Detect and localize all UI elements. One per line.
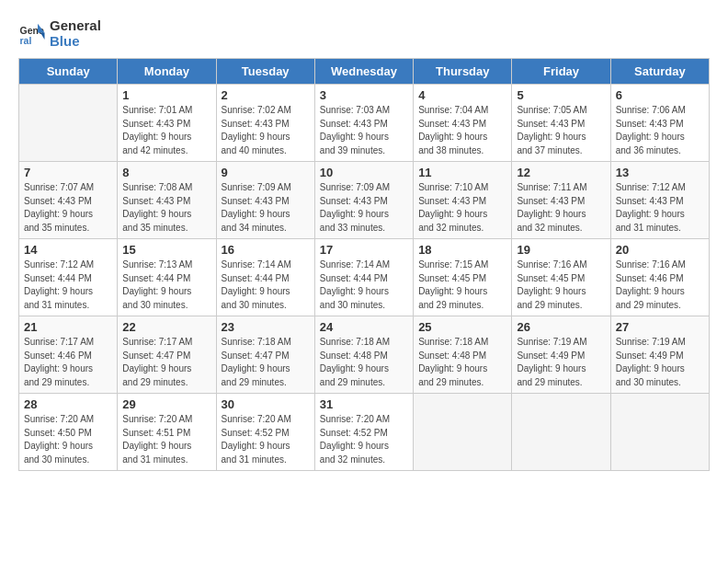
day-number: 29 [122, 397, 210, 411]
day-number: 5 [517, 88, 605, 102]
day-info: Sunrise: 7:04 AM Sunset: 4:43 PM Dayligh… [418, 104, 506, 157]
day-number: 19 [517, 243, 605, 257]
weekday-header-wednesday: Wednesday [314, 59, 413, 85]
day-info: Sunrise: 7:12 AM Sunset: 4:44 PM Dayligh… [24, 259, 112, 312]
day-number: 4 [418, 88, 506, 102]
weekday-header-monday: Monday [118, 59, 216, 85]
calendar-cell: 11Sunrise: 7:10 AM Sunset: 4:43 PM Dayli… [414, 162, 512, 239]
day-info: Sunrise: 7:20 AM Sunset: 4:52 PM Dayligh… [320, 413, 408, 466]
day-info: Sunrise: 7:13 AM Sunset: 4:44 PM Dayligh… [122, 259, 210, 312]
day-number: 2 [222, 88, 310, 102]
day-info: Sunrise: 7:14 AM Sunset: 4:44 PM Dayligh… [222, 259, 310, 312]
calendar-cell: 30Sunrise: 7:20 AM Sunset: 4:52 PM Dayli… [216, 394, 314, 471]
weekday-header-sunday: Sunday [19, 59, 118, 85]
day-info: Sunrise: 7:16 AM Sunset: 4:45 PM Dayligh… [517, 259, 605, 312]
logo: Gene ral General Blue [18, 18, 101, 49]
calendar-cell: 13Sunrise: 7:12 AM Sunset: 4:43 PM Dayli… [610, 162, 709, 239]
calendar-cell: 10Sunrise: 7:09 AM Sunset: 4:43 PM Dayli… [314, 162, 413, 239]
day-info: Sunrise: 7:05 AM Sunset: 4:43 PM Dayligh… [517, 104, 605, 157]
day-info: Sunrise: 7:20 AM Sunset: 4:52 PM Dayligh… [222, 413, 310, 466]
day-info: Sunrise: 7:19 AM Sunset: 4:49 PM Dayligh… [616, 336, 704, 389]
day-number: 28 [24, 397, 112, 411]
day-info: Sunrise: 7:19 AM Sunset: 4:49 PM Dayligh… [517, 336, 605, 389]
day-info: Sunrise: 7:20 AM Sunset: 4:51 PM Dayligh… [122, 413, 210, 466]
calendar-cell: 21Sunrise: 7:17 AM Sunset: 4:46 PM Dayli… [19, 316, 118, 394]
day-number: 3 [320, 88, 408, 102]
day-info: Sunrise: 7:15 AM Sunset: 4:45 PM Dayligh… [418, 259, 506, 312]
day-number: 10 [320, 166, 408, 179]
calendar-cell: 28Sunrise: 7:20 AM Sunset: 4:50 PM Dayli… [19, 394, 118, 471]
calendar-cell: 1Sunrise: 7:01 AM Sunset: 4:43 PM Daylig… [118, 85, 216, 162]
day-info: Sunrise: 7:02 AM Sunset: 4:43 PM Dayligh… [222, 104, 310, 157]
day-info: Sunrise: 7:12 AM Sunset: 4:43 PM Dayligh… [616, 181, 704, 235]
day-number: 9 [222, 166, 310, 179]
day-info: Sunrise: 7:08 AM Sunset: 4:43 PM Dayligh… [122, 181, 210, 235]
calendar-cell: 17Sunrise: 7:14 AM Sunset: 4:44 PM Dayli… [314, 239, 413, 316]
calendar-cell: 7Sunrise: 7:07 AM Sunset: 4:43 PM Daylig… [19, 162, 118, 239]
day-number: 30 [222, 397, 310, 411]
day-number: 15 [122, 243, 210, 257]
calendar-cell [19, 85, 118, 162]
day-number: 25 [418, 320, 506, 334]
day-number: 7 [24, 166, 112, 179]
weekday-header-thursday: Thursday [414, 59, 512, 85]
weekday-header-tuesday: Tuesday [216, 59, 314, 85]
day-number: 20 [616, 243, 704, 257]
day-info: Sunrise: 7:09 AM Sunset: 4:43 PM Dayligh… [222, 181, 310, 235]
calendar-cell: 16Sunrise: 7:14 AM Sunset: 4:44 PM Dayli… [216, 239, 314, 316]
day-info: Sunrise: 7:01 AM Sunset: 4:43 PM Dayligh… [122, 104, 210, 157]
day-info: Sunrise: 7:10 AM Sunset: 4:43 PM Dayligh… [418, 181, 506, 235]
page-header: Gene ral General Blue [18, 18, 710, 49]
calendar-cell: 26Sunrise: 7:19 AM Sunset: 4:49 PM Dayli… [512, 316, 610, 394]
calendar-cell: 12Sunrise: 7:11 AM Sunset: 4:43 PM Dayli… [512, 162, 610, 239]
day-info: Sunrise: 7:18 AM Sunset: 4:48 PM Dayligh… [320, 336, 408, 389]
calendar-cell: 31Sunrise: 7:20 AM Sunset: 4:52 PM Dayli… [314, 394, 413, 471]
calendar-cell: 2Sunrise: 7:02 AM Sunset: 4:43 PM Daylig… [216, 85, 314, 162]
calendar-table: SundayMondayTuesdayWednesdayThursdayFrid… [18, 58, 710, 471]
day-number: 14 [24, 243, 112, 257]
day-number: 16 [222, 243, 310, 257]
calendar-cell: 27Sunrise: 7:19 AM Sunset: 4:49 PM Dayli… [610, 316, 709, 394]
day-info: Sunrise: 7:17 AM Sunset: 4:46 PM Dayligh… [24, 336, 112, 389]
calendar-cell: 24Sunrise: 7:18 AM Sunset: 4:48 PM Dayli… [314, 316, 413, 394]
calendar-cell [414, 394, 512, 471]
day-number: 6 [616, 88, 704, 102]
day-number: 11 [418, 166, 506, 179]
day-info: Sunrise: 7:06 AM Sunset: 4:43 PM Dayligh… [616, 104, 704, 157]
day-info: Sunrise: 7:16 AM Sunset: 4:46 PM Dayligh… [616, 259, 704, 312]
svg-text:ral: ral [20, 34, 32, 45]
calendar-cell: 23Sunrise: 7:18 AM Sunset: 4:47 PM Dayli… [216, 316, 314, 394]
day-info: Sunrise: 7:14 AM Sunset: 4:44 PM Dayligh… [320, 259, 408, 312]
weekday-header-saturday: Saturday [610, 59, 709, 85]
calendar-cell: 3Sunrise: 7:03 AM Sunset: 4:43 PM Daylig… [314, 85, 413, 162]
day-number: 27 [616, 320, 704, 334]
logo-icon: Gene ral [18, 20, 46, 48]
day-number: 13 [616, 166, 704, 179]
day-number: 12 [517, 166, 605, 179]
day-number: 8 [122, 166, 210, 179]
calendar-cell: 5Sunrise: 7:05 AM Sunset: 4:43 PM Daylig… [512, 85, 610, 162]
day-number: 17 [320, 243, 408, 257]
calendar-cell: 9Sunrise: 7:09 AM Sunset: 4:43 PM Daylig… [216, 162, 314, 239]
logo-general: General [50, 17, 101, 33]
calendar-cell: 18Sunrise: 7:15 AM Sunset: 4:45 PM Dayli… [414, 239, 512, 316]
logo-blue: Blue [50, 33, 80, 49]
calendar-cell [512, 394, 610, 471]
calendar-cell: 4Sunrise: 7:04 AM Sunset: 4:43 PM Daylig… [414, 85, 512, 162]
day-number: 24 [320, 320, 408, 334]
calendar-cell: 22Sunrise: 7:17 AM Sunset: 4:47 PM Dayli… [118, 316, 216, 394]
calendar-cell: 15Sunrise: 7:13 AM Sunset: 4:44 PM Dayli… [118, 239, 216, 316]
day-number: 26 [517, 320, 605, 334]
calendar-cell [610, 394, 709, 471]
calendar-cell: 20Sunrise: 7:16 AM Sunset: 4:46 PM Dayli… [610, 239, 709, 316]
day-info: Sunrise: 7:17 AM Sunset: 4:47 PM Dayligh… [122, 336, 210, 389]
day-info: Sunrise: 7:03 AM Sunset: 4:43 PM Dayligh… [320, 104, 408, 157]
day-info: Sunrise: 7:11 AM Sunset: 4:43 PM Dayligh… [517, 181, 605, 235]
calendar-cell: 14Sunrise: 7:12 AM Sunset: 4:44 PM Dayli… [19, 239, 118, 316]
calendar-cell: 8Sunrise: 7:08 AM Sunset: 4:43 PM Daylig… [118, 162, 216, 239]
day-info: Sunrise: 7:18 AM Sunset: 4:48 PM Dayligh… [418, 336, 506, 389]
day-info: Sunrise: 7:18 AM Sunset: 4:47 PM Dayligh… [222, 336, 310, 389]
day-info: Sunrise: 7:07 AM Sunset: 4:43 PM Dayligh… [24, 181, 112, 235]
day-number: 23 [222, 320, 310, 334]
calendar-cell: 19Sunrise: 7:16 AM Sunset: 4:45 PM Dayli… [512, 239, 610, 316]
